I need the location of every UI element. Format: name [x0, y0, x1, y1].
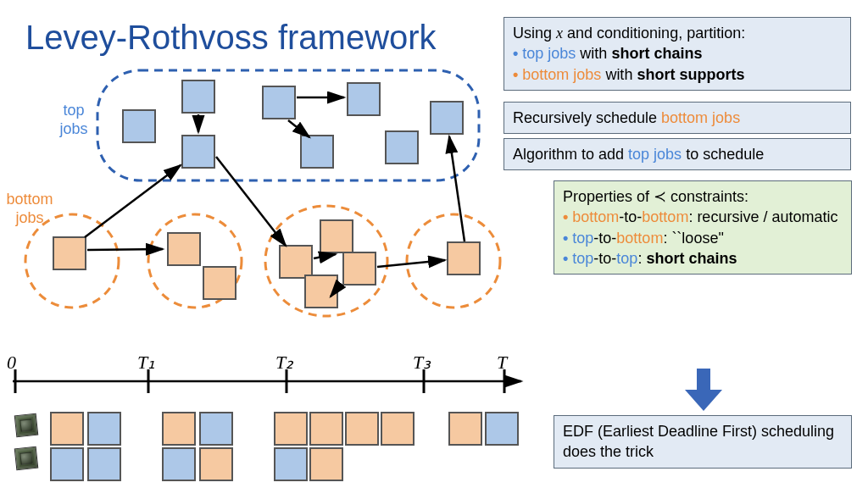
- schedule-cell: [163, 413, 195, 445]
- job-top: [431, 102, 463, 134]
- text: -to-: [593, 230, 616, 247]
- schedule-cell: [88, 448, 120, 480]
- text: : ``loose": [663, 230, 723, 247]
- schedule-cell: [346, 413, 378, 445]
- list-item: top-to-bottom: ``loose": [575, 228, 843, 248]
- schedule-cell: [88, 413, 120, 445]
- list-item: top jobs with short chains: [525, 43, 842, 64]
- page-title: Levey-Rothvoss framework: [25, 19, 437, 57]
- job-bottom: [320, 220, 353, 252]
- text: top: [616, 250, 637, 267]
- text: :: [637, 250, 646, 267]
- top-jobs-group: [97, 70, 479, 180]
- text: top: [572, 230, 593, 247]
- text: short supports: [637, 66, 744, 83]
- schedule-cell: [163, 448, 195, 480]
- text: : recursive / automatic: [688, 208, 837, 225]
- schedule-cell: [200, 413, 232, 445]
- text: and conditioning, partition:: [563, 25, 745, 42]
- precedence-arrow: [87, 249, 163, 250]
- precedence-arrow: [449, 136, 465, 241]
- bottom-group: [407, 214, 500, 308]
- svg-marker-1: [685, 390, 722, 411]
- text: bottom: [572, 208, 619, 225]
- job-top: [301, 136, 333, 168]
- panel-algorithm: Algorithm to add top jobs to schedule: [504, 138, 851, 170]
- job-bottom: [53, 237, 86, 269]
- text: bottom jobs: [522, 66, 601, 83]
- precedence-arrow: [288, 120, 309, 137]
- job-bottom: [168, 233, 200, 265]
- text: bottom: [642, 208, 688, 225]
- job-bottom: [448, 242, 480, 274]
- precedence-arrow: [216, 157, 286, 246]
- text: Recursively schedule: [513, 109, 661, 126]
- var-x: x: [556, 25, 563, 42]
- schedule-cell: [381, 413, 414, 445]
- text: to schedule: [682, 146, 764, 163]
- schedule-cell: [200, 448, 232, 480]
- job-top: [348, 83, 380, 115]
- panel-partition: Using x and conditioning, partition: top…: [504, 17, 851, 91]
- text: short chains: [646, 250, 737, 267]
- tick-label: T₂: [275, 352, 293, 374]
- job-top: [182, 136, 214, 168]
- schedule-cell: [310, 448, 342, 480]
- job-bottom: [203, 267, 236, 299]
- tick-label: T₃: [413, 352, 431, 374]
- list-item: top-to-top: short chains: [575, 248, 843, 269]
- schedule-cell: [486, 413, 518, 445]
- text: short chains: [611, 45, 702, 62]
- text: -to-: [619, 208, 642, 225]
- text: top jobs: [628, 146, 682, 163]
- precedence-arrow: [85, 165, 181, 237]
- job-top: [386, 131, 418, 164]
- list-item: bottom jobs with short supports: [525, 64, 842, 85]
- tick-label: 0: [7, 352, 16, 374]
- text: -to-: [593, 250, 616, 267]
- schedule-cell: [449, 413, 481, 445]
- processor-icon: [14, 413, 39, 438]
- text: top jobs: [522, 45, 576, 62]
- bottom-group: [25, 214, 119, 308]
- job-bottom: [305, 275, 337, 308]
- list-item: bottom-to-bottom: recursive / automatic: [575, 207, 843, 227]
- text: with: [576, 45, 611, 62]
- job-top: [263, 86, 295, 119]
- precedence-arrow: [331, 284, 341, 297]
- label-top-jobs: top jobs: [53, 102, 94, 138]
- text: Properties of ≺ constraints:: [563, 186, 843, 207]
- text: top: [572, 250, 593, 267]
- precedence-arrow: [314, 254, 336, 258]
- schedule-cell: [310, 413, 342, 445]
- precedence-arrow: [377, 260, 445, 267]
- schedule-cell: [275, 413, 307, 445]
- tick-label: T: [497, 352, 507, 374]
- panel-recursive: Recursively schedule bottom jobs: [504, 102, 851, 134]
- tick-label: T₁: [137, 352, 155, 374]
- down-arrow-icon: [685, 369, 722, 411]
- schedule-cell: [51, 448, 83, 480]
- bottom-group: [148, 214, 242, 308]
- schedule-cell: [275, 448, 307, 480]
- job-top: [123, 110, 155, 142]
- schedule-cell: [51, 413, 83, 445]
- label-bottom-jobs: bottom jobs: [0, 191, 60, 227]
- text: Algorithm to add: [513, 146, 628, 163]
- bottom-group: [265, 206, 387, 316]
- text: bottom: [616, 230, 663, 247]
- job-bottom: [280, 246, 312, 278]
- text: bottom jobs: [661, 109, 740, 126]
- panel-properties: Properties of ≺ constraints: bottom-to-b…: [554, 180, 852, 274]
- svg-rect-0: [697, 369, 710, 392]
- job-top: [182, 80, 214, 113]
- processor-icon: [14, 446, 39, 471]
- text: Using: [513, 25, 556, 42]
- job-bottom: [343, 252, 376, 285]
- text: with: [601, 66, 637, 83]
- panel-edf: EDF (Earliest Deadline First) scheduling…: [554, 415, 852, 469]
